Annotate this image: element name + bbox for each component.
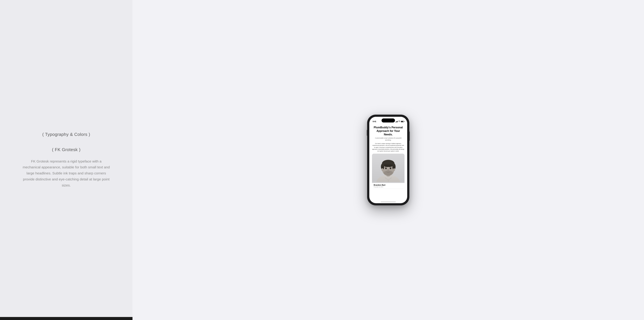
svg-point-16 [388, 181, 388, 181]
svg-point-14 [384, 171, 393, 175]
font-label: ( FK Grotesk ) [23, 147, 110, 152]
app-headline: PlumBuddy's Personal Approach for Your N… [372, 126, 404, 136]
home-indicator [381, 202, 396, 202]
font-description: FK Grotesk represents a rigid typeface w… [23, 158, 110, 188]
dynamic-island [382, 118, 395, 122]
svg-point-8 [381, 168, 384, 171]
person-avatar-illustration [372, 154, 404, 182]
svg-point-9 [393, 168, 395, 171]
screen-content: PlumBuddy's Personal Approach for Your N… [369, 124, 407, 203]
battery-fill [401, 121, 403, 122]
signal-bars-icon [396, 121, 398, 122]
signal-bar-4 [397, 121, 398, 122]
profile-info: Brandon Bart Founder & CEO [372, 183, 404, 189]
typography-section: ( Typography & Colors ) ( FK Grotesk ) F… [23, 132, 110, 188]
iphone-mockup: 9:41 [367, 115, 409, 205]
bottom-bar [0, 317, 132, 320]
signal-bar-3 [397, 121, 397, 122]
right-panel: 9:41 [132, 0, 644, 320]
profile-name: Brandon Bart [374, 184, 403, 186]
svg-point-12 [386, 168, 386, 168]
battery-icon [401, 121, 404, 122]
profile-card: Brandon Bart Founder & CEO [372, 154, 404, 189]
svg-point-10 [385, 167, 387, 169]
app-subtitle: Customizable smart solutions for peacefu… [372, 137, 404, 141]
profile-image-area [372, 154, 404, 183]
status-time: 9:41 [373, 120, 376, 122]
signal-bar-2 [396, 121, 397, 122]
wifi-icon [398, 121, 400, 122]
svg-point-11 [390, 167, 392, 169]
svg-point-13 [390, 168, 391, 168]
status-icons [396, 121, 404, 122]
left-panel: ( Typography & Colors ) ( FK Grotesk ) F… [0, 0, 132, 320]
section-label: ( Typography & Colors ) [23, 132, 110, 137]
signal-bar-1 [396, 122, 396, 122]
status-bar: 9:41 [369, 117, 407, 124]
iphone-screen: 9:41 [369, 117, 407, 203]
app-body-text: Our team's unique synergy of skilled eng… [372, 143, 404, 152]
profile-title: Founder & CEO [374, 186, 403, 188]
